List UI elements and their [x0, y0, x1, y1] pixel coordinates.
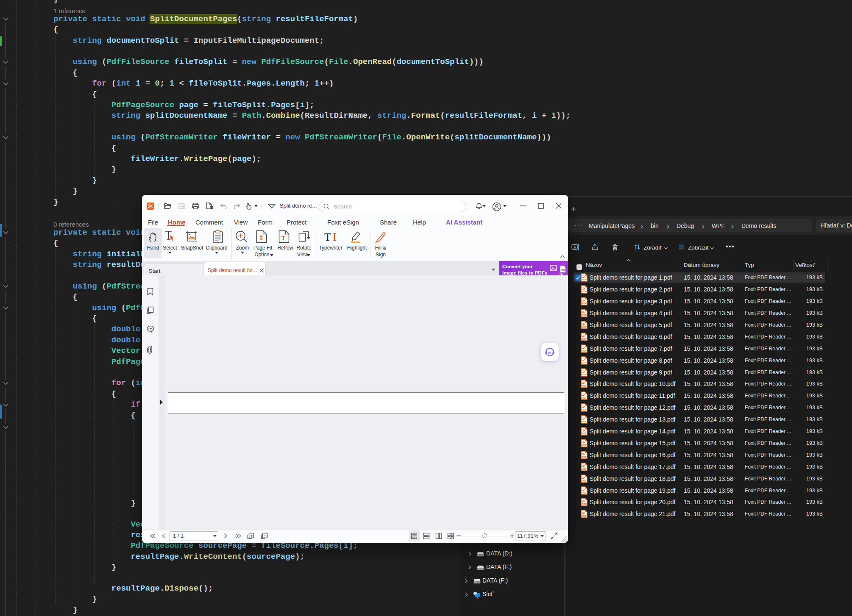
- svg-text:PDF: PDF: [582, 397, 587, 399]
- svg-text:AI: AI: [548, 351, 551, 355]
- svg-text:PDF: PDF: [582, 432, 587, 435]
- svg-text:PDF: PDF: [582, 480, 587, 482]
- svg-text:PDF: PDF: [582, 456, 587, 458]
- svg-text:PDF: PDF: [582, 373, 587, 376]
- svg-text:PDF: PDF: [582, 302, 587, 305]
- svg-text:PDF: PDF: [582, 290, 587, 293]
- svg-text:PDF: PDF: [582, 503, 587, 505]
- svg-text:PDF: PDF: [582, 314, 587, 316]
- svg-text:PDF: PDF: [582, 420, 587, 423]
- svg-text:PDF: PDF: [582, 515, 587, 517]
- svg-text:PDF: PDF: [582, 278, 587, 281]
- svg-text:PDF: PDF: [582, 491, 587, 494]
- svg-text:I: I: [333, 231, 337, 243]
- svg-text:PDF: PDF: [582, 408, 587, 411]
- svg-text:PDF: PDF: [582, 385, 587, 387]
- svg-text:PDF: PDF: [582, 350, 587, 352]
- svg-text:PDF: PDF: [582, 444, 587, 447]
- svg-text:A: A: [574, 245, 576, 250]
- svg-text:PDF: PDF: [582, 361, 587, 364]
- svg-text:PDF: PDF: [582, 338, 587, 340]
- svg-text:PDF: PDF: [561, 269, 566, 271]
- svg-text:T: T: [281, 235, 285, 241]
- svg-text:PDF: PDF: [582, 468, 587, 470]
- svg-text:T: T: [324, 231, 331, 243]
- svg-text:PDF: PDF: [582, 326, 587, 328]
